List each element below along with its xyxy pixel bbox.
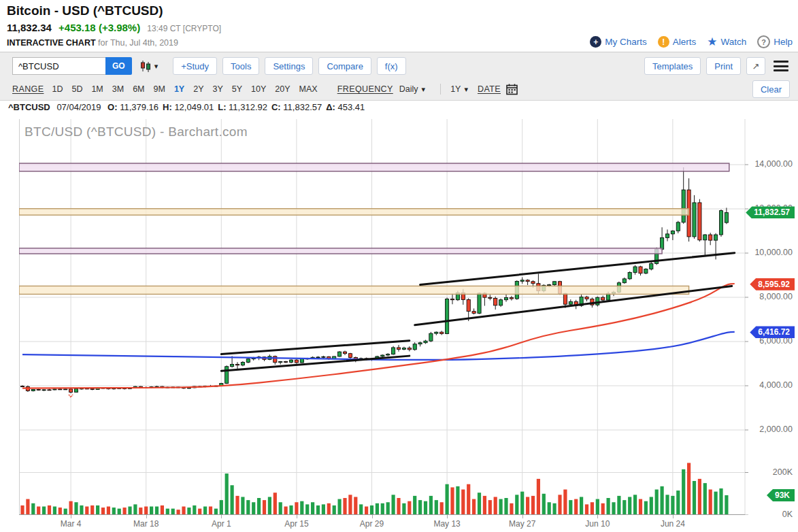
time-tick-mark <box>522 515 523 518</box>
time-tick-label: Apr 15 <box>284 519 308 529</box>
gridlines <box>19 119 745 515</box>
time-tick-label: Apr 29 <box>360 519 384 529</box>
price-row: 11,832.34 +453.18 (+3.98%) 13:49 CT [CRY… <box>7 22 221 33</box>
range-option-6m[interactable]: 6M <box>133 84 144 94</box>
price-change: +453.18 (+3.98%) <box>59 22 140 33</box>
volume-tick-label: 200K <box>745 467 793 477</box>
ohlc-symbol: ^BTCUSD <box>8 102 50 112</box>
chart-subtitle: INTERACTIVE CHART for Thu, Jul 4th, 2019 <box>7 38 178 48</box>
range-option-3y[interactable]: 3Y <box>213 84 223 94</box>
frequency-dropdown[interactable]: Daily ▾ <box>399 84 425 94</box>
price-bands <box>19 163 729 294</box>
trendline <box>221 341 410 354</box>
range-items: 1D5D1M3M6M9M1Y2Y3Y5Y10Y20YMAX <box>52 84 326 94</box>
price-tick-label: 4,000.00 <box>745 380 793 390</box>
time-tick-label: Apr 1 <box>212 519 231 529</box>
range-option-3m[interactable]: 3M <box>112 84 124 94</box>
ma-slow-badge: 6,416.72 <box>750 326 795 338</box>
toolbar-right-buttons: TemplatesPrint <box>644 57 741 75</box>
expand-button[interactable]: ↗ <box>746 57 765 75</box>
range-option-20y[interactable]: 20Y <box>275 84 290 94</box>
period-dropdown[interactable]: 1Y ▾ <box>450 84 468 94</box>
range-option-9m[interactable]: 9M <box>154 84 165 94</box>
toolbar-button-settings[interactable]: Settings <box>265 57 313 75</box>
ohlc-field: H: 12,049.01 <box>163 102 214 112</box>
interactive-chart-label: INTERACTIVE CHART <box>7 38 96 48</box>
range-option-5d[interactable]: 5D <box>71 84 82 94</box>
date-label[interactable]: DATE <box>478 84 501 94</box>
period-value: 1Y <box>450 84 461 94</box>
time-tick-label: Mar 4 <box>61 519 82 529</box>
alerts-link[interactable]: ! Alerts <box>658 36 697 48</box>
chart-watermark: BTC/USD (^BTCUSD) - Barchart.com <box>24 124 248 139</box>
range-label[interactable]: RANGE <box>12 84 44 94</box>
range-option-1d[interactable]: 1D <box>52 84 63 94</box>
symbol-input[interactable] <box>12 57 105 75</box>
toolbar-button-templates[interactable]: Templates <box>644 57 701 75</box>
clear-button[interactable]: Clear <box>752 80 790 98</box>
watch-link[interactable]: ★ Watch <box>707 36 746 48</box>
toolbar-button-study[interactable]: +Study <box>173 57 217 75</box>
toolbar-button-print[interactable]: Print <box>706 57 741 75</box>
last-price: 11,832.34 <box>7 22 52 33</box>
range-option-1y[interactable]: 1Y <box>174 84 184 94</box>
ohlc-date: 07/04/2019 <box>56 102 101 112</box>
ma-fast-badge: 8,595.92 <box>750 278 795 290</box>
volume-bars <box>20 463 728 515</box>
range-option-2y[interactable]: 2Y <box>193 84 203 94</box>
ohlc-field: L: 11,312.92 <box>218 102 267 112</box>
frequency-label[interactable]: FREQUENCY <box>337 84 393 94</box>
price-chart-canvas[interactable] <box>19 119 748 515</box>
time-tick-mark <box>372 515 373 518</box>
range-option-1m[interactable]: 1M <box>91 84 103 94</box>
top-links: + My Charts ! Alerts ★ Watch ? Help <box>590 35 793 48</box>
calendar-icon[interactable] <box>506 84 518 95</box>
ohlc-fields: O: 11,379.16H: 12,049.01L: 11,312.92C: 1… <box>107 102 369 112</box>
price-tick-label: 2,000.00 <box>745 425 793 434</box>
time-tick-mark <box>71 515 71 518</box>
star-icon: ★ <box>707 36 717 48</box>
menu-icon[interactable] <box>774 61 788 71</box>
separator <box>440 84 441 95</box>
ma-slow-line <box>22 332 735 360</box>
chevron-down-icon: ▾ <box>464 85 468 94</box>
help-link[interactable]: ? Help <box>757 35 793 48</box>
question-icon: ? <box>757 35 770 48</box>
toolbar-button-fx[interactable]: f(x) <box>377 57 406 75</box>
volume-badge: 93K <box>767 489 795 501</box>
last-price-badge: 11,832.57 <box>746 206 795 218</box>
my-charts-label: My Charts <box>605 37 647 47</box>
time-tick-mark <box>597 515 598 518</box>
time-tick-mark <box>146 515 147 518</box>
my-charts-link[interactable]: + My Charts <box>590 36 647 48</box>
toolbar-button-compare[interactable]: Compare <box>318 57 371 75</box>
time-tick-mark <box>297 515 297 518</box>
time-tick-mark <box>221 515 222 518</box>
range-option-max[interactable]: MAX <box>299 84 318 94</box>
range-option-5y[interactable]: 5Y <box>232 84 242 94</box>
range-option-10y[interactable]: 10Y <box>251 84 266 94</box>
price-tick-label: 10,000.00 <box>745 248 793 257</box>
help-label: Help <box>774 37 793 47</box>
go-button[interactable]: GO <box>105 57 132 75</box>
chart-date-label: for Thu, Jul 4th, 2019 <box>98 38 178 48</box>
chevron-down-icon: ▾ <box>154 62 159 71</box>
ohlc-field: O: 11,379.16 <box>107 102 159 112</box>
price-tick-label: 14,000.00 <box>745 159 793 169</box>
volume-tick-label: 0K <box>745 510 793 519</box>
price-band-tan <box>19 209 689 215</box>
watch-label: Watch <box>720 37 746 47</box>
toolbar-button-tools[interactable]: Tools <box>222 57 259 75</box>
ohlc-field: C: 11,832.57 <box>271 102 322 112</box>
frequency-value: Daily <box>399 84 418 94</box>
chevron-down-icon: ▾ <box>422 85 426 94</box>
price-band-purple <box>19 163 729 171</box>
time-tick-label: Jun 10 <box>585 519 610 529</box>
trendline <box>420 253 735 285</box>
quote-time: 13:49 CT [CRYPTO] <box>147 24 221 33</box>
time-tick-label: May 27 <box>509 519 535 529</box>
chart-type-dropdown[interactable]: ▾ <box>139 59 159 73</box>
time-tick-label: May 13 <box>433 519 460 529</box>
chart-area <box>19 119 748 515</box>
time-tick-mark <box>447 515 448 518</box>
